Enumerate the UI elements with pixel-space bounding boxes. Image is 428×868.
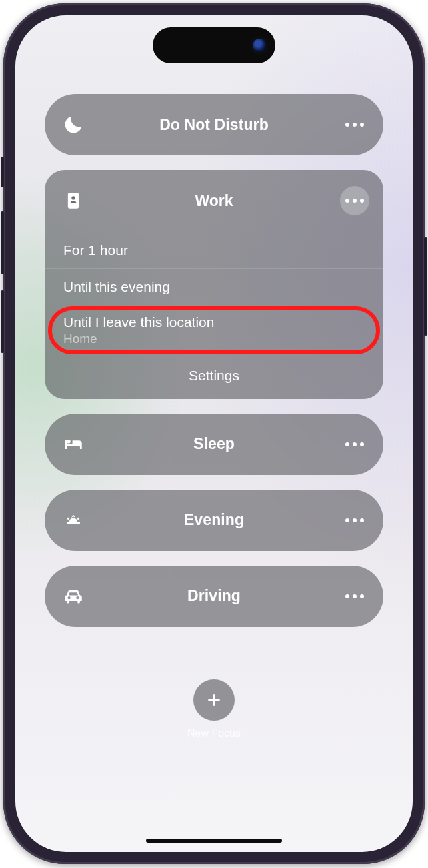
more-button[interactable] — [326, 186, 383, 215]
more-button[interactable] — [326, 430, 383, 459]
focus-work-expanded: Work For 1 hour Until this evening Until… — [45, 170, 383, 399]
badge-icon — [45, 191, 102, 210]
option-label: For 1 hour — [63, 242, 365, 259]
focus-do-not-disturb[interactable]: Do Not Disturb — [45, 94, 383, 155]
moon-icon — [45, 113, 102, 136]
focus-label: Driving — [102, 587, 326, 605]
new-focus-label: New Focus — [187, 727, 241, 739]
front-camera — [253, 39, 266, 52]
dynamic-island — [153, 27, 275, 63]
focus-driving[interactable]: Driving — [45, 566, 383, 627]
volume-down-button[interactable] — [1, 290, 4, 353]
focus-evening[interactable]: Evening — [45, 490, 383, 551]
duration-option-until-evening[interactable]: Until this evening — [45, 269, 383, 305]
iphone-frame: Do Not Disturb Work For — [3, 3, 425, 864]
focus-work[interactable]: Work — [45, 170, 383, 232]
more-button[interactable] — [326, 582, 383, 611]
add-button[interactable] — [193, 679, 235, 721]
volume-up-button[interactable] — [1, 211, 4, 274]
focus-label: Evening — [102, 511, 326, 529]
focus-label: Work — [102, 192, 326, 210]
focus-sleep[interactable]: Sleep — [45, 414, 383, 475]
focus-label: Sleep — [102, 435, 326, 453]
car-icon — [45, 585, 102, 608]
option-sublabel: Home — [63, 331, 365, 347]
more-button[interactable] — [326, 110, 383, 139]
focus-list: Do Not Disturb Work For — [45, 94, 383, 739]
power-button[interactable] — [424, 237, 427, 336]
home-indicator[interactable] — [146, 839, 282, 843]
duration-option-until-leave-location[interactable]: Until I leave this location Home — [45, 306, 383, 355]
bed-icon — [45, 433, 102, 456]
svg-point-1 — [71, 196, 75, 199]
screen: Do Not Disturb Work For — [15, 15, 413, 852]
sunrise-icon — [45, 509, 102, 532]
ellipsis-icon — [340, 186, 369, 215]
mute-switch[interactable] — [1, 157, 4, 187]
settings-label: Settings — [189, 368, 239, 383]
duration-option-1hour[interactable]: For 1 hour — [45, 232, 383, 268]
more-button[interactable] — [326, 506, 383, 535]
focus-label: Do Not Disturb — [102, 116, 326, 134]
option-label: Until I leave this location — [63, 314, 365, 331]
focus-settings-link[interactable]: Settings — [45, 355, 383, 399]
option-label: Until this evening — [63, 278, 365, 296]
plus-icon — [205, 691, 223, 709]
new-focus[interactable]: New Focus — [45, 679, 383, 739]
